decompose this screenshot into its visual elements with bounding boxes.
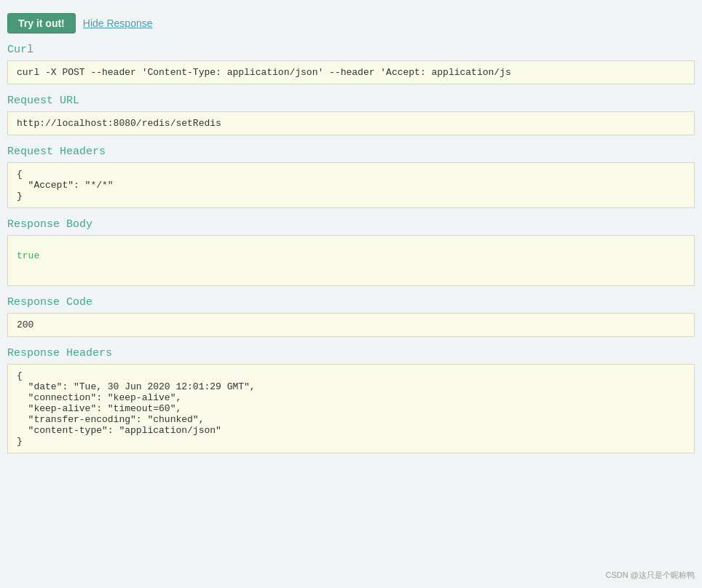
response-code-content: 200 — [7, 313, 695, 337]
request-url-content: http://localhost:8080/redis/setRedis — [7, 111, 695, 135]
response-body-content: true — [7, 235, 695, 286]
request-headers-title: Request Headers — [7, 146, 695, 158]
curl-section: Curl curl -X POST --header 'Content-Type… — [7, 44, 695, 84]
response-headers-content: { "date": "Tue, 30 Jun 2020 12:01:29 GMT… — [7, 364, 695, 453]
request-headers-content: { "Accept": "*/*" } — [7, 162, 695, 208]
curl-content[interactable]: curl -X POST --header 'Content-Type: app… — [7, 60, 695, 84]
response-code-title: Response Code — [7, 296, 695, 309]
curl-title: Curl — [7, 44, 695, 56]
response-headers-section: Response Headers { "date": "Tue, 30 Jun … — [7, 347, 695, 453]
response-body-title: Response Body — [7, 218, 695, 231]
request-url-title: Request URL — [7, 95, 695, 107]
request-headers-section: Request Headers { "Accept": "*/*" } — [7, 146, 695, 208]
top-bar: Try it out! Hide Response — [7, 13, 695, 33]
page-container: Try it out! Hide Response Curl curl -X P… — [0, 7, 702, 478]
request-url-section: Request URL http://localhost:8080/redis/… — [7, 95, 695, 135]
response-headers-title: Response Headers — [7, 347, 695, 359]
hide-response-link[interactable]: Hide Response — [83, 17, 153, 29]
response-body-section: Response Body true — [7, 218, 695, 286]
watermark: CSDN @这只是个昵称鸭 — [606, 570, 695, 581]
response-code-section: Response Code 200 — [7, 296, 695, 337]
try-it-button[interactable]: Try it out! — [7, 13, 76, 33]
